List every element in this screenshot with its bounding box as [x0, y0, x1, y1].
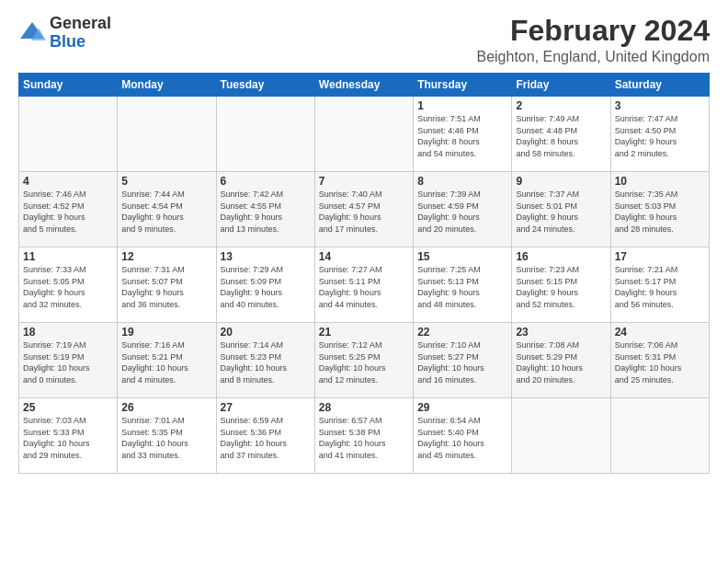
day-info: Sunrise: 7:25 AMSunset: 5:13 PMDaylight:…: [417, 264, 507, 310]
day-info: Sunrise: 7:39 AMSunset: 4:59 PMDaylight:…: [417, 189, 507, 235]
calendar-cell: 8Sunrise: 7:39 AMSunset: 4:59 PMDaylight…: [414, 172, 512, 247]
calendar-cell: 12Sunrise: 7:31 AMSunset: 5:07 PMDayligh…: [118, 247, 216, 323]
day-number: 28: [319, 401, 409, 414]
calendar-weekday-header: Thursday: [414, 74, 512, 97]
day-info: Sunrise: 7:42 AMSunset: 4:55 PMDaylight:…: [221, 189, 311, 235]
calendar-week-row: 4Sunrise: 7:46 AMSunset: 4:52 PMDaylight…: [19, 172, 710, 247]
logo-general: General: [50, 14, 111, 32]
calendar-cell: 14Sunrise: 7:27 AMSunset: 5:11 PMDayligh…: [314, 247, 413, 323]
day-number: 3: [615, 99, 705, 112]
logo-icon: [18, 20, 46, 46]
day-number: 23: [516, 326, 606, 339]
day-number: 21: [319, 326, 409, 339]
calendar-week-row: 25Sunrise: 7:03 AMSunset: 5:33 PMDayligh…: [19, 398, 710, 474]
day-info: Sunrise: 7:44 AMSunset: 4:54 PMDaylight:…: [121, 189, 211, 235]
day-info: Sunrise: 7:27 AMSunset: 5:11 PMDaylight:…: [319, 264, 409, 310]
day-number: 9: [516, 175, 606, 188]
calendar-week-row: 18Sunrise: 7:19 AMSunset: 5:19 PMDayligh…: [19, 323, 710, 398]
day-number: 4: [23, 175, 113, 188]
calendar-cell: 28Sunrise: 6:57 AMSunset: 5:38 PMDayligh…: [314, 398, 413, 474]
day-info: Sunrise: 7:31 AMSunset: 5:07 PMDaylight:…: [121, 264, 211, 310]
day-number: 18: [23, 326, 113, 339]
day-info: Sunrise: 7:29 AMSunset: 5:09 PMDaylight:…: [221, 264, 311, 310]
day-info: Sunrise: 7:03 AMSunset: 5:33 PMDaylight:…: [23, 415, 113, 461]
calendar-cell: [512, 398, 610, 474]
logo-blue: Blue: [50, 32, 85, 51]
day-number: 14: [319, 250, 409, 263]
day-info: Sunrise: 7:12 AMSunset: 5:25 PMDaylight:…: [319, 339, 409, 385]
calendar-cell: [118, 97, 216, 172]
calendar-cell: [610, 398, 709, 474]
day-number: 11: [23, 250, 113, 263]
day-info: Sunrise: 7:40 AMSunset: 4:57 PMDaylight:…: [319, 189, 409, 235]
day-info: Sunrise: 6:57 AMSunset: 5:38 PMDaylight:…: [319, 415, 409, 461]
header: General Blue February 2024 Beighton, Eng…: [18, 15, 710, 65]
calendar-cell: 20Sunrise: 7:14 AMSunset: 5:23 PMDayligh…: [216, 323, 314, 398]
calendar-weekday-header: Tuesday: [216, 74, 314, 97]
main-title: February 2024: [476, 15, 710, 47]
day-number: 17: [615, 250, 705, 263]
day-info: Sunrise: 7:16 AMSunset: 5:21 PMDaylight:…: [121, 339, 211, 385]
calendar-cell: 17Sunrise: 7:21 AMSunset: 5:17 PMDayligh…: [610, 247, 709, 323]
calendar-cell: 11Sunrise: 7:33 AMSunset: 5:05 PMDayligh…: [19, 247, 118, 323]
calendar-cell: 5Sunrise: 7:44 AMSunset: 4:54 PMDaylight…: [118, 172, 216, 247]
day-number: 8: [417, 175, 507, 188]
day-number: 19: [121, 326, 211, 339]
day-info: Sunrise: 7:47 AMSunset: 4:50 PMDaylight:…: [615, 113, 705, 159]
day-number: 20: [221, 326, 311, 339]
calendar-cell: 21Sunrise: 7:12 AMSunset: 5:25 PMDayligh…: [314, 323, 413, 398]
calendar-cell: 4Sunrise: 7:46 AMSunset: 4:52 PMDaylight…: [19, 172, 118, 247]
day-info: Sunrise: 7:01 AMSunset: 5:35 PMDaylight:…: [121, 415, 211, 461]
page: General Blue February 2024 Beighton, Eng…: [0, 0, 728, 483]
calendar-cell: [19, 97, 118, 172]
calendar-cell: 6Sunrise: 7:42 AMSunset: 4:55 PMDaylight…: [216, 172, 314, 247]
day-number: 25: [23, 401, 113, 414]
day-info: Sunrise: 7:33 AMSunset: 5:05 PMDaylight:…: [23, 264, 113, 310]
day-number: 2: [516, 99, 606, 112]
calendar-cell: 9Sunrise: 7:37 AMSunset: 5:01 PMDaylight…: [512, 172, 610, 247]
logo-text: General Blue: [50, 15, 111, 52]
calendar-cell: 22Sunrise: 7:10 AMSunset: 5:27 PMDayligh…: [414, 323, 512, 398]
day-number: 1: [417, 99, 507, 112]
day-info: Sunrise: 7:35 AMSunset: 5:03 PMDaylight:…: [615, 189, 705, 235]
day-number: 29: [417, 401, 507, 414]
calendar-weekday-header: Sunday: [19, 74, 118, 97]
title-area: February 2024 Beighton, England, United …: [476, 15, 710, 65]
calendar-cell: 1Sunrise: 7:51 AMSunset: 4:46 PMDaylight…: [414, 97, 512, 172]
subtitle: Beighton, England, United Kingdom: [476, 49, 710, 65]
calendar-cell: [216, 97, 314, 172]
day-number: 6: [221, 175, 311, 188]
day-number: 7: [319, 175, 409, 188]
day-info: Sunrise: 7:51 AMSunset: 4:46 PMDaylight:…: [417, 113, 507, 159]
calendar-cell: 16Sunrise: 7:23 AMSunset: 5:15 PMDayligh…: [512, 247, 610, 323]
calendar-weekday-header: Saturday: [610, 74, 709, 97]
calendar-weekday-header: Monday: [118, 74, 216, 97]
day-number: 15: [417, 250, 507, 263]
calendar-cell: 25Sunrise: 7:03 AMSunset: 5:33 PMDayligh…: [19, 398, 118, 474]
calendar-cell: 23Sunrise: 7:08 AMSunset: 5:29 PMDayligh…: [512, 323, 610, 398]
day-number: 27: [221, 401, 311, 414]
day-number: 5: [121, 175, 211, 188]
calendar-cell: 18Sunrise: 7:19 AMSunset: 5:19 PMDayligh…: [19, 323, 118, 398]
day-info: Sunrise: 7:08 AMSunset: 5:29 PMDaylight:…: [516, 339, 606, 385]
calendar-cell: 3Sunrise: 7:47 AMSunset: 4:50 PMDaylight…: [610, 97, 709, 172]
calendar-cell: 29Sunrise: 6:54 AMSunset: 5:40 PMDayligh…: [414, 398, 512, 474]
calendar-cell: 13Sunrise: 7:29 AMSunset: 5:09 PMDayligh…: [216, 247, 314, 323]
day-info: Sunrise: 7:10 AMSunset: 5:27 PMDaylight:…: [417, 339, 507, 385]
day-info: Sunrise: 7:37 AMSunset: 5:01 PMDaylight:…: [516, 189, 606, 235]
calendar-table: SundayMondayTuesdayWednesdayThursdayFrid…: [18, 73, 710, 474]
calendar-week-row: 1Sunrise: 7:51 AMSunset: 4:46 PMDaylight…: [19, 97, 710, 172]
calendar-cell: [314, 97, 413, 172]
calendar-week-row: 11Sunrise: 7:33 AMSunset: 5:05 PMDayligh…: [19, 247, 710, 323]
calendar-cell: 10Sunrise: 7:35 AMSunset: 5:03 PMDayligh…: [610, 172, 709, 247]
day-info: Sunrise: 7:46 AMSunset: 4:52 PMDaylight:…: [23, 189, 113, 235]
day-info: Sunrise: 7:23 AMSunset: 5:15 PMDaylight:…: [516, 264, 606, 310]
day-info: Sunrise: 6:59 AMSunset: 5:36 PMDaylight:…: [221, 415, 311, 461]
day-number: 22: [417, 326, 507, 339]
calendar-cell: 26Sunrise: 7:01 AMSunset: 5:35 PMDayligh…: [118, 398, 216, 474]
day-number: 12: [121, 250, 211, 263]
calendar-cell: 2Sunrise: 7:49 AMSunset: 4:48 PMDaylight…: [512, 97, 610, 172]
day-info: Sunrise: 7:06 AMSunset: 5:31 PMDaylight:…: [615, 339, 705, 385]
day-number: 13: [221, 250, 311, 263]
day-info: Sunrise: 7:19 AMSunset: 5:19 PMDaylight:…: [23, 339, 113, 385]
